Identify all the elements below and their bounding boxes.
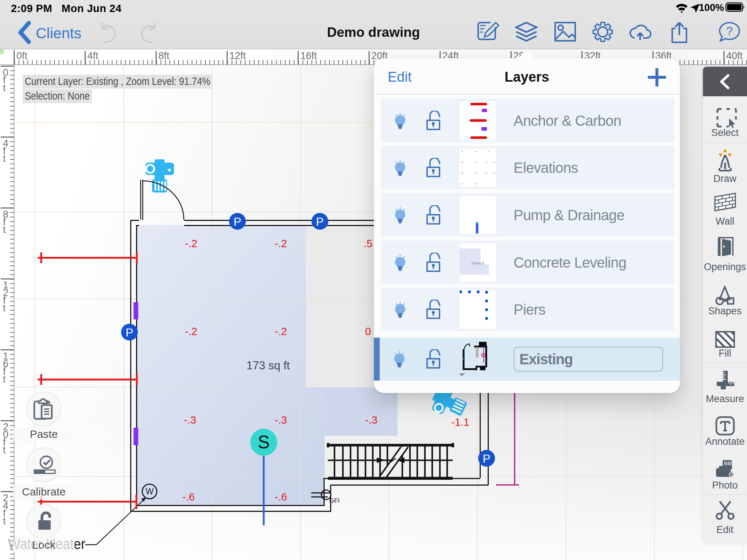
svg-text:12ft: 12ft xyxy=(229,50,246,61)
svg-text:-.3: -.3 xyxy=(275,414,287,426)
svg-text:0ft: 0ft xyxy=(16,50,28,61)
svg-text:t: t xyxy=(3,374,6,385)
svg-text:?: ? xyxy=(726,24,733,38)
svg-text:-.3: -.3 xyxy=(365,414,378,426)
svg-text:-.2: -.2 xyxy=(185,238,197,249)
svg-text:W: W xyxy=(146,487,154,496)
svg-text:100%: 100% xyxy=(699,2,724,13)
svg-text:-.6: -.6 xyxy=(275,491,287,503)
svg-text:P: P xyxy=(233,215,241,228)
svg-text:t: t xyxy=(3,82,6,93)
svg-text:t: t xyxy=(3,303,6,314)
svg-text:-.2: -.2 xyxy=(185,326,197,337)
svg-text:-1.1: -1.1 xyxy=(451,416,469,428)
svg-text:S: S xyxy=(258,432,270,452)
svg-text:t: t xyxy=(3,153,6,164)
svg-text:-.2: -.2 xyxy=(275,326,287,337)
svg-text:-.6: -.6 xyxy=(182,491,195,503)
svg-text:0: 0 xyxy=(365,326,371,337)
svg-text:8ft: 8ft xyxy=(158,50,170,61)
svg-text:P: P xyxy=(483,452,490,465)
svg-text:173 sq ft: 173 sq ft xyxy=(247,359,290,372)
svg-text:P: P xyxy=(316,215,324,228)
svg-text:-.2: -.2 xyxy=(275,238,287,249)
svg-text:40ft: 40ft xyxy=(726,50,743,61)
svg-text:t: t xyxy=(3,516,6,526)
svg-text:t: t xyxy=(3,444,6,455)
svg-text:16ft: 16ft xyxy=(300,50,317,61)
svg-text:4ft: 4ft xyxy=(88,50,99,61)
svg-text:173 sq ft: 173 sq ft xyxy=(471,261,484,265)
svg-text:P: P xyxy=(125,326,133,339)
svg-text:t: t xyxy=(3,224,6,235)
svg-text:.5: .5 xyxy=(364,238,372,249)
svg-text:GFI: GFI xyxy=(329,497,340,504)
svg-text:-.3: -.3 xyxy=(184,414,196,426)
